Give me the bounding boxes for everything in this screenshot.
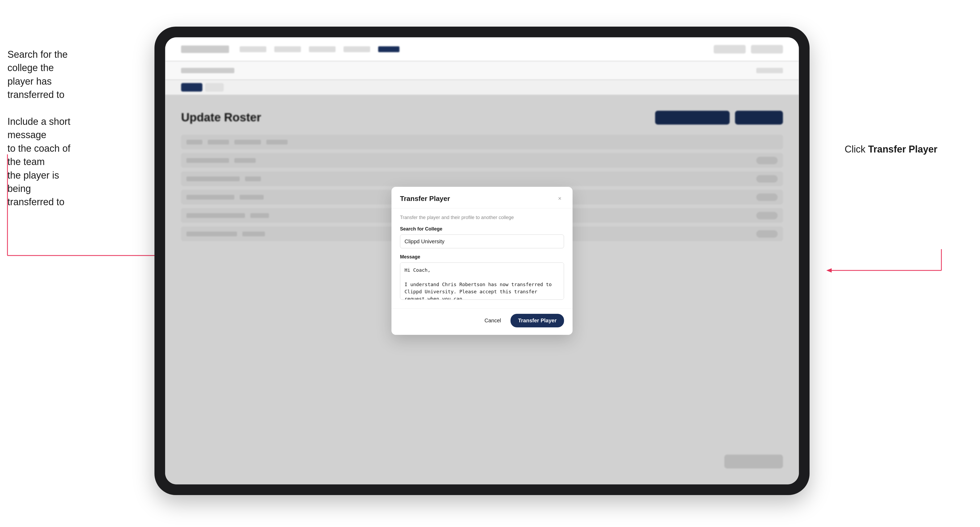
nav-item-2 <box>274 46 301 52</box>
transfer-player-button[interactable]: Transfer Player <box>511 314 564 327</box>
annotation-line1: Search for the college the <box>8 49 68 73</box>
app-logo <box>181 46 229 53</box>
nav-item-roster <box>378 46 399 52</box>
app-tabs <box>165 80 799 95</box>
cancel-button[interactable]: Cancel <box>480 316 505 326</box>
annotation-right-bold: Transfer Player <box>868 144 937 155</box>
app-nav <box>240 46 703 52</box>
search-label: Search for College <box>400 226 564 232</box>
arrow-right <box>829 249 941 281</box>
annotation-right: Click Transfer Player <box>845 144 937 155</box>
header-btn-1 <box>714 45 746 54</box>
header-btn-2 <box>751 45 783 54</box>
message-label: Message <box>400 254 564 260</box>
app-header <box>165 37 799 61</box>
arrow-left <box>8 154 173 282</box>
tablet-screen: Update Roster <box>165 37 799 484</box>
annotation-line2: player has transferred to <box>8 76 64 100</box>
app-header-right <box>714 45 783 54</box>
message-textarea[interactable]: Hi Coach, I understand Chris Robertson h… <box>400 262 564 300</box>
modal-footer: Cancel Transfer Player <box>391 308 573 335</box>
tab-active <box>181 83 202 92</box>
close-icon[interactable]: × <box>555 194 564 203</box>
nav-item-3 <box>309 46 336 52</box>
modal-description: Transfer the player and their profile to… <box>400 215 564 221</box>
transfer-player-modal: Transfer Player × Transfer the player an… <box>391 187 573 335</box>
annotation-line3: Include a short message <box>8 116 70 140</box>
modal-title: Transfer Player <box>400 195 450 203</box>
annotation-right-prefix: Click <box>845 144 868 155</box>
nav-item-1 <box>240 46 266 52</box>
search-college-input[interactable] <box>400 235 564 248</box>
tablet-frame: Update Roster <box>154 27 810 495</box>
modal-overlay: Transfer Player × Transfer the player an… <box>165 37 799 484</box>
modal-body: Transfer the player and their profile to… <box>391 208 573 308</box>
nav-item-4 <box>344 46 370 52</box>
breadcrumb <box>181 68 234 73</box>
app-subheader <box>165 61 799 80</box>
sub-right <box>756 68 783 73</box>
svg-marker-5 <box>826 268 832 273</box>
modal-header: Transfer Player × <box>391 187 573 208</box>
tab-2 <box>205 83 224 92</box>
